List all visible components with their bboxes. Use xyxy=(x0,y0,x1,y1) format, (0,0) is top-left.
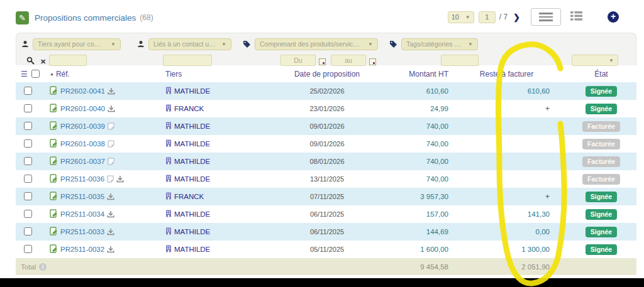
filter-products-button[interactable]: Comprenant des produits/services avec...… xyxy=(255,38,378,50)
table-row: PR2601-0037 MATHILDE 08/01/2026 740,00 F… xyxy=(16,153,636,170)
table-row: PR2602-0041 MATHILDE 25/02/2026 610,60 6… xyxy=(16,82,636,100)
reste-a-facturer: 610,60 xyxy=(456,87,566,95)
tiers-link[interactable]: MATHILDE xyxy=(174,158,210,165)
montant-ht: 1 600,00 xyxy=(384,246,456,253)
column-header-montant[interactable]: Montant HT xyxy=(384,70,456,79)
ref-link[interactable]: PR2511-0036 xyxy=(60,175,104,183)
row-checkbox[interactable] xyxy=(24,227,32,236)
ref-link[interactable]: PR2601-0039 xyxy=(60,122,105,130)
download-icon[interactable] xyxy=(108,87,115,95)
proposal-date: 09/01/2026 xyxy=(270,122,384,130)
table-row: PR2511-0036 MATHILDE 13/11/2025 740,00 F… xyxy=(16,170,636,188)
table-row: PR2511-0033 MATHILDE 06/11/2025 144,69 0… xyxy=(16,223,636,241)
chevron-down-icon: ▼ xyxy=(609,58,614,63)
total-label: Total xyxy=(21,263,36,271)
column-selector-icon[interactable]: ☰ xyxy=(21,70,28,79)
download-icon[interactable] xyxy=(107,228,114,236)
page-title: Propositions commerciales xyxy=(35,13,136,23)
proposal-doc-icon xyxy=(50,86,58,96)
tiers-link[interactable]: MATHILDE xyxy=(174,175,210,183)
column-header-reste[interactable]: Reste à facturer xyxy=(456,70,566,79)
page-number-input[interactable] xyxy=(479,11,496,23)
filter-contact-button[interactable]: Liés à un contact utilisateu... ▼ xyxy=(148,38,231,50)
proposal-doc-icon xyxy=(50,104,58,114)
create-new-button[interactable]: + xyxy=(608,11,619,23)
ref-link[interactable]: PR2511-0035 xyxy=(60,193,104,200)
column-header-tiers[interactable]: Tiers xyxy=(160,70,270,79)
proposal-doc-icon xyxy=(50,121,58,131)
proposal-date: 06/11/2025 xyxy=(270,228,384,236)
reste-a-facturer: 0,00 xyxy=(456,228,566,236)
kanban-view-icon[interactable] xyxy=(570,11,582,23)
company-icon xyxy=(165,175,172,183)
proposals-list: Tiers ayant pour commercial ▼ Liés à un … xyxy=(16,33,636,275)
search-etat-select[interactable]: ▼ xyxy=(572,55,618,66)
search-icon[interactable] xyxy=(26,56,35,67)
total-reste: 2 051,90 xyxy=(456,263,566,271)
download-icon[interactable] xyxy=(108,105,115,112)
search-date-from-input[interactable] xyxy=(280,55,316,66)
table-row: PR2511-0035 FRANCK 07/11/2025 3 957,30 +… xyxy=(16,188,636,205)
table-row: PR2511-0032 MATHILDE 05/11/2025 1 600,00… xyxy=(16,241,636,258)
clear-search-icon[interactable]: ✕ xyxy=(40,58,46,66)
calendar-icon[interactable] xyxy=(369,57,376,68)
table-row: PR2601-0040 FRANCK 23/01/2026 24,99 + Si… xyxy=(16,100,636,117)
ref-link[interactable]: PR2511-0033 xyxy=(60,228,104,236)
download-icon[interactable] xyxy=(107,193,114,200)
download-icon[interactable] xyxy=(107,246,114,253)
tiers-link[interactable]: MATHILDE xyxy=(174,87,210,95)
status-badge: Facturée xyxy=(582,121,620,132)
ref-link[interactable]: PR2511-0034 xyxy=(60,210,104,218)
ref-link[interactable]: PR2601-0040 xyxy=(60,105,105,112)
grid-icon xyxy=(570,11,582,21)
ref-link[interactable]: PR2601-0038 xyxy=(60,140,105,148)
filter-tags-label: Tags/catégories client... xyxy=(406,40,463,48)
search-date-to-input[interactable] xyxy=(331,55,366,66)
page-total: / 7 xyxy=(499,13,508,21)
tiers-link[interactable]: FRANCK xyxy=(174,193,204,200)
search-tiers-input[interactable] xyxy=(163,55,212,66)
select-all-checkbox[interactable] xyxy=(31,70,40,78)
row-checkbox[interactable] xyxy=(24,192,32,200)
company-icon xyxy=(165,122,172,131)
tiers-link[interactable]: FRANCK xyxy=(174,105,204,112)
download-icon[interactable] xyxy=(116,175,124,183)
montant-ht: 157,00 xyxy=(384,210,456,218)
tiers-link[interactable]: MATHILDE xyxy=(174,246,210,253)
row-checkbox[interactable] xyxy=(24,210,32,218)
ref-link[interactable]: PR2601-0037 xyxy=(60,158,105,165)
company-icon xyxy=(165,192,172,201)
status-badge: Facturée xyxy=(582,156,620,167)
row-checkbox[interactable] xyxy=(24,175,32,183)
tiers-link[interactable]: MATHILDE xyxy=(174,140,210,148)
download-icon[interactable] xyxy=(107,210,114,218)
tiers-link[interactable]: MATHILDE xyxy=(174,210,210,218)
column-header-etat[interactable]: État xyxy=(566,70,636,79)
column-header-ref[interactable]: ▲ Réf. xyxy=(44,70,160,79)
filter-tags-button[interactable]: Tags/catégories client... ▼ xyxy=(401,38,478,50)
page-size-select[interactable]: 10 ▼ xyxy=(448,11,474,23)
filter-sales-rep-button[interactable]: Tiers ayant pour commercial ▼ xyxy=(33,38,121,50)
row-checkbox[interactable] xyxy=(24,245,32,253)
search-ref-input[interactable] xyxy=(49,55,87,66)
list-view-button[interactable] xyxy=(531,8,561,26)
row-checkbox[interactable] xyxy=(24,157,32,165)
row-checkbox[interactable] xyxy=(24,122,32,130)
column-header-date[interactable]: Date de proposition xyxy=(270,70,384,79)
reste-a-facturer: + xyxy=(456,192,566,201)
row-checkbox[interactable] xyxy=(24,87,32,95)
next-page-icon[interactable]: ❯ xyxy=(513,13,520,22)
row-checkbox[interactable] xyxy=(24,139,32,148)
status-badge: Signée xyxy=(586,192,617,202)
tiers-link[interactable]: MATHILDE xyxy=(174,122,210,130)
ref-link[interactable]: PR2602-0041 xyxy=(60,87,105,95)
table-row: PR2601-0039 MATHILDE 09/01/2026 740,00 F… xyxy=(16,117,636,135)
ref-link[interactable]: PR2511-0032 xyxy=(60,246,104,253)
calendar-icon[interactable] xyxy=(319,57,326,68)
tiers-link[interactable]: MATHILDE xyxy=(174,228,210,236)
montant-ht: 24,99 xyxy=(384,105,456,112)
proposal-doc-icon xyxy=(50,174,58,184)
row-checkbox[interactable] xyxy=(24,104,32,112)
search-montant-input[interactable] xyxy=(441,55,479,66)
total-montant: 9 454,58 xyxy=(384,263,456,271)
